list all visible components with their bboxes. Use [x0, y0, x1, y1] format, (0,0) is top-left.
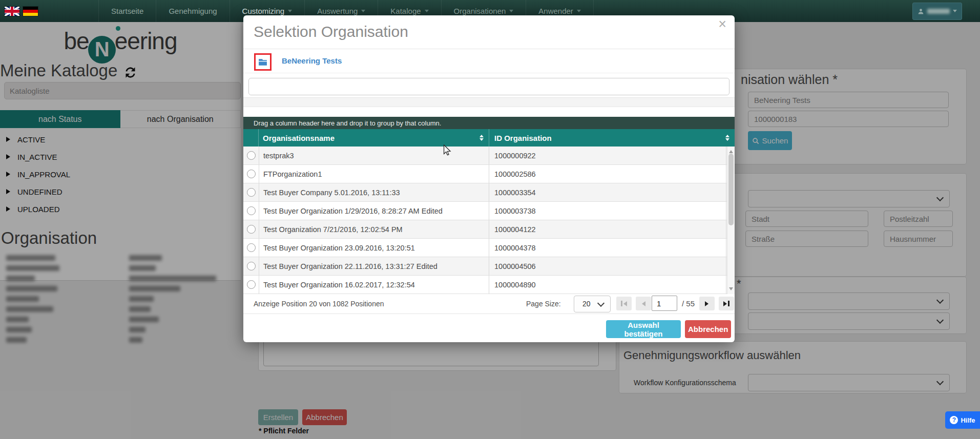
org-id-cell: 1000002586	[489, 165, 726, 183]
nav-item-label: Genehmigung	[169, 7, 217, 15]
page-size-label: Page Size:	[526, 300, 561, 308]
question-icon: ?	[950, 416, 958, 424]
divider	[243, 313, 735, 314]
scroll-up-icon[interactable]	[729, 148, 733, 153]
page-total-text: / 55	[682, 299, 695, 308]
mouse-cursor	[442, 144, 453, 157]
close-icon[interactable]: ×	[718, 17, 726, 31]
org-id-cell: 1000004890	[489, 276, 726, 294]
chevron-down-icon	[288, 10, 292, 14]
next-page-button[interactable]	[699, 297, 715, 310]
row-radio-cell	[243, 239, 259, 257]
row-radio[interactable]	[247, 170, 256, 178]
table-row[interactable]: testprak31000000922	[243, 147, 727, 165]
chevron-down-icon	[509, 10, 513, 14]
nav-item-label: Organisationen	[454, 7, 506, 15]
nav-item-label: Auswertung	[317, 7, 358, 15]
row-radio[interactable]	[247, 206, 256, 215]
language-switcher	[5, 7, 38, 16]
flag-de-icon[interactable]	[23, 7, 38, 16]
folder-icon[interactable]	[254, 53, 272, 71]
modal-title: Selektion Organisation	[254, 23, 408, 40]
application-window: beNeering Meine Kataloge nach Status nac…	[0, 0, 980, 439]
breadcrumb: BeNeering Tests	[243, 49, 735, 73]
org-name-cell: FTPorganization1	[259, 165, 489, 183]
modal-cancel-button[interactable]: Abbrechen	[685, 320, 731, 338]
org-name-cell: Test Buyer Organization 1/29/2016, 8:28:…	[259, 202, 489, 220]
row-radio-cell	[243, 202, 259, 220]
nav-item-startseite[interactable]: Startseite	[98, 0, 156, 22]
table-row[interactable]: Test Organization 7/21/2016, 12:02:54 PM…	[243, 220, 727, 239]
help-button[interactable]: ? Hilfe	[945, 411, 980, 429]
nav-item-label: Startseite	[111, 7, 143, 15]
row-radio-cell	[243, 165, 259, 183]
table-row[interactable]: Test Buyer Company 5.01.2016, 13:11:3310…	[243, 183, 727, 202]
chevron-down-icon	[425, 10, 429, 14]
row-radio-cell	[243, 147, 259, 164]
radio-column-header	[243, 129, 259, 147]
table-footer: Anzeige Position 20 von 1082 Positionen …	[243, 294, 735, 313]
row-radio-cell	[243, 257, 259, 275]
row-radio[interactable]	[247, 280, 256, 289]
org-id-cell: 1000003738	[489, 202, 726, 220]
vertical-scrollbar[interactable]	[727, 147, 735, 294]
group-drop-zone[interactable]: Drag a column header here and drop it to…	[243, 117, 735, 129]
org-id-cell: 1000004506	[489, 257, 726, 275]
org-id-cell: 1000004122	[489, 220, 726, 238]
page-number-input[interactable]	[652, 296, 677, 311]
org-id-cell: 1000003354	[489, 183, 726, 201]
table-row[interactable]: Test Buyer Organization 1/29/2016, 8:28:…	[243, 202, 727, 220]
table-header: Organisationsname ID Organisation	[243, 129, 735, 147]
org-name-cell: Test Buyer Organization 23.09.2016, 13:2…	[259, 239, 489, 257]
org-name-cell: Test Buyer Company 5.01.2016, 13:11:33	[259, 183, 489, 201]
organisation-table-body: testprak31000000922FTPorganization110000…	[243, 147, 727, 294]
table-row[interactable]: Test Buyer Organization 16.02.2017, 12:3…	[243, 276, 727, 294]
chevron-down-icon	[361, 10, 365, 14]
row-radio[interactable]	[247, 262, 256, 270]
page-size-select[interactable]: 20	[574, 296, 611, 312]
org-id-cell: 1000004378	[489, 239, 726, 257]
user-icon	[918, 8, 924, 15]
row-radio-cell	[243, 276, 259, 294]
chevron-down-icon	[577, 10, 581, 14]
org-name-cell: Test Organization 7/21/2016, 12:02:54 PM	[259, 220, 489, 238]
user-menu-button[interactable]	[912, 3, 962, 20]
table-row[interactable]: Test Buyer Organization 23.09.2016, 13:2…	[243, 239, 727, 257]
flag-uk-icon[interactable]	[5, 7, 19, 16]
column-header-id-organisation[interactable]: ID Organisation	[489, 129, 735, 147]
table-row[interactable]: FTPorganization11000002586	[243, 165, 727, 183]
first-page-button[interactable]	[616, 297, 632, 310]
scroll-down-icon[interactable]	[729, 287, 733, 292]
chevron-down-icon	[953, 10, 957, 14]
row-radio-cell	[243, 183, 259, 201]
nav-item-label: Customizing	[242, 7, 285, 15]
nav-item-genehmigung[interactable]: Genehmigung	[156, 0, 229, 22]
org-id-cell: 1000000922	[489, 147, 726, 164]
column-header-organisationsname[interactable]: Organisationsname	[259, 129, 489, 147]
breadcrumb-org-link[interactable]: BeNeering Tests	[282, 56, 342, 65]
nav-item-label: Anwender	[538, 7, 573, 15]
nav-item-label: Kataloge	[390, 7, 421, 15]
last-page-button[interactable]	[719, 297, 734, 310]
org-name-cell: Test Buyer Organization 22.11.2016, 13:3…	[259, 257, 489, 275]
scrollbar-thumb[interactable]	[728, 154, 734, 225]
sort-icon	[479, 133, 484, 143]
confirm-selection-button[interactable]: Auswahl bestätigen	[606, 320, 681, 338]
selektion-organisation-modal: Selektion Organisation × BeNeering Tests…	[243, 15, 735, 342]
org-name-cell: testprak3	[259, 147, 489, 164]
user-name-blurred	[927, 9, 950, 14]
row-radio[interactable]	[247, 243, 256, 252]
position-status-text: Anzeige Position 20 von 1082 Positionen	[254, 300, 384, 308]
org-name-cell: Test Buyer Organization 16.02.2017, 12:3…	[259, 276, 489, 294]
modal-filter-input[interactable]	[248, 78, 729, 95]
row-radio[interactable]	[247, 188, 256, 197]
sort-icon	[725, 133, 729, 143]
row-radio-cell	[243, 220, 259, 238]
row-radio[interactable]	[247, 151, 256, 160]
table-row[interactable]: Test Buyer Organization 22.11.2016, 13:3…	[243, 257, 727, 276]
row-radio[interactable]	[247, 225, 256, 234]
toolbar-strip	[243, 97, 735, 107]
prev-page-button[interactable]	[636, 297, 651, 310]
